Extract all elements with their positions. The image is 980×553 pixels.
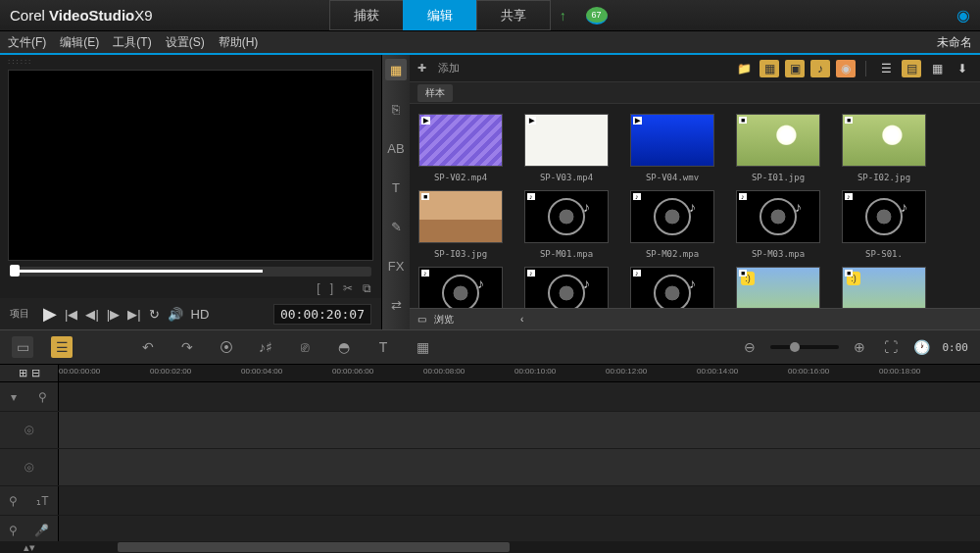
library-grid: ▶SP-V02.mp4▶SP-V03.mp4▶SP-V04.wmv■SP-I01…	[410, 104, 980, 308]
preview-mode-label[interactable]: 项目	[10, 307, 29, 321]
library-item[interactable]: ▶SP-V02.mp4	[417, 114, 504, 182]
voice-track[interactable]: ⚲🎤	[0, 516, 980, 541]
undo-icon[interactable]: ↶	[137, 336, 159, 358]
volume-icon[interactable]: 🔊	[168, 307, 183, 322]
menu-tools[interactable]: 工具(T)	[113, 34, 151, 51]
filter-video-icon[interactable]: ▦	[760, 60, 779, 77]
subtitle-icon[interactable]: T	[372, 336, 394, 358]
audio-mixer-icon[interactable]: ♪♯	[255, 336, 276, 358]
thumbnail: ▶	[418, 114, 503, 167]
video-track[interactable]: ⦾	[0, 412, 980, 449]
repeat-icon[interactable]: ↻	[149, 307, 160, 322]
preview-grip[interactable]: ::::::	[0, 55, 381, 68]
zoom-out-icon[interactable]: ⊖	[739, 336, 760, 358]
upload-icon[interactable]: ↑	[560, 8, 566, 24]
ruler-mode2-icon[interactable]: ⊟	[31, 367, 40, 379]
prev-frame-icon[interactable]: ◀|	[85, 307, 98, 322]
home-icon[interactable]: |◀	[65, 307, 77, 322]
tab-capture[interactable]: 捕获	[329, 0, 404, 30]
mark-out-icon[interactable]: ]	[330, 281, 333, 295]
record-icon[interactable]: ⦿	[216, 336, 237, 358]
snapshot-icon[interactable]: ⧉	[363, 281, 371, 295]
preview-scrubber[interactable]	[10, 267, 371, 276]
library-item[interactable]: ■SP-I01.jpg	[735, 114, 821, 182]
mark-in-icon[interactable]: [	[317, 281, 319, 295]
end-icon[interactable]: ▶|	[127, 307, 140, 322]
library-folder[interactable]: 样本	[417, 84, 453, 102]
next-frame-icon[interactable]: |▶	[107, 307, 120, 322]
add-icon[interactable]: ✚	[417, 62, 426, 75]
storyboard-view-icon[interactable]: ▭	[12, 336, 33, 358]
ruler-gutter[interactable]: ⊞ ⊟	[0, 365, 59, 381]
library-item[interactable]: ■SP-I03.jpg	[417, 190, 504, 259]
collapse-icon[interactable]: ‹	[520, 314, 523, 325]
timeline-view-icon[interactable]: ☰	[51, 336, 73, 358]
vtab-swap[interactable]: ⇄	[385, 294, 407, 316]
cut-icon[interactable]: ✂	[343, 281, 353, 295]
vtab-instant[interactable]: ⎘	[385, 98, 407, 120]
folder-icon[interactable]: 📁	[734, 60, 754, 77]
ruler-mode1-icon[interactable]: ⊞	[19, 367, 27, 379]
vtab-fx[interactable]: FX	[385, 255, 407, 276]
library-item[interactable]: ♪SP-M02.mpa	[629, 190, 715, 259]
library-item[interactable]: ♪SP-S01.	[841, 190, 927, 259]
timeline-scrollbar[interactable]: ▴▾	[0, 541, 980, 553]
library-item[interactable]: ♪	[417, 267, 504, 308]
project-name: 未命名	[937, 34, 972, 51]
options-icon[interactable]: ▭	[417, 314, 426, 325]
filter-disc-icon[interactable]: ◉	[836, 60, 856, 77]
menu-edit[interactable]: 编辑(E)	[60, 34, 99, 51]
filter-audio-icon[interactable]: ♪	[810, 60, 830, 77]
multi-trim-icon[interactable]: ▦	[412, 336, 433, 358]
auto-music-icon[interactable]: ⎚	[294, 336, 316, 358]
preview-video[interactable]	[8, 70, 373, 261]
library-item[interactable]: ♪SP-M03.mpa	[735, 190, 821, 259]
fit-icon[interactable]: ⛶	[880, 336, 902, 358]
tab-edit[interactable]: 编辑	[403, 0, 477, 30]
menu-bar: 文件(F) 编辑(E) 工具(T) 设置(S) 帮助(H) 未命名	[0, 31, 980, 55]
hd-label[interactable]: HD	[191, 307, 210, 322]
timeline-ruler[interactable]: ⊞ ⊟ 00:00:00:0000:00:02:0000:00:04:0000:…	[0, 365, 980, 382]
vtab-path[interactable]: ✎	[385, 216, 407, 237]
play-icon[interactable]: ▶	[43, 303, 57, 325]
library-item[interactable]: ■SP-I02.jpg	[841, 114, 927, 182]
notification-badge[interactable]: 67	[586, 7, 608, 25]
add-label[interactable]: 添加	[438, 61, 460, 75]
sort-icon[interactable]: ☰	[876, 60, 896, 77]
browse-label[interactable]: 浏览	[434, 313, 454, 327]
track-expand[interactable]: ▾⚲	[0, 382, 980, 412]
preview-timecode[interactable]: 00:00:20:07	[273, 304, 371, 325]
filter-image-icon[interactable]: ▣	[785, 60, 805, 77]
clock-icon[interactable]: 🕐	[911, 336, 933, 358]
import-icon[interactable]: ⬇	[953, 60, 972, 77]
expand-tracks-icon[interactable]: ▾	[11, 390, 17, 404]
library-vertical-tabs: ▦ ⎘ AB T ✎ FX ⇄	[382, 55, 410, 329]
menu-settings[interactable]: 设置(S)	[166, 34, 205, 51]
library-item[interactable]: ■	[735, 267, 821, 308]
media-type-tag: ♪	[739, 193, 747, 200]
library-item[interactable]: ▶SP-V04.wmv	[629, 114, 715, 182]
library-item[interactable]: ■	[841, 267, 927, 308]
vtab-ab[interactable]: AB	[385, 137, 407, 159]
zoom-slider[interactable]	[770, 345, 839, 349]
menu-help[interactable]: 帮助(H)	[219, 34, 259, 51]
thumbnail: ♪	[524, 190, 609, 243]
library-item[interactable]: ♪	[523, 267, 610, 308]
collapse-tracks-icon[interactable]: ▴▾	[0, 541, 59, 553]
vtab-title[interactable]: T	[385, 176, 407, 198]
menu-file[interactable]: 文件(F)	[8, 34, 46, 51]
redo-icon[interactable]: ↷	[176, 336, 198, 358]
tab-share[interactable]: 共享	[476, 0, 551, 30]
title-track[interactable]: ⚲₁T	[0, 486, 980, 516]
track-motion-icon[interactable]: ◓	[333, 336, 355, 358]
globe-icon[interactable]: ◉	[956, 6, 970, 25]
view-list-icon[interactable]: ▤	[902, 60, 921, 77]
zoom-in-icon[interactable]: ⊕	[849, 336, 870, 358]
library-item[interactable]: ♪SP-M01.mpa	[523, 190, 610, 259]
library-item[interactable]: ♪	[629, 267, 715, 308]
library-item[interactable]: ▶SP-V03.mp4	[523, 114, 610, 182]
vtab-media[interactable]: ▦	[385, 59, 407, 80]
media-type-tag: ♪	[527, 270, 535, 276]
view-thumb-icon[interactable]: ▦	[927, 60, 947, 77]
overlay-track[interactable]: ⦾	[0, 449, 980, 486]
